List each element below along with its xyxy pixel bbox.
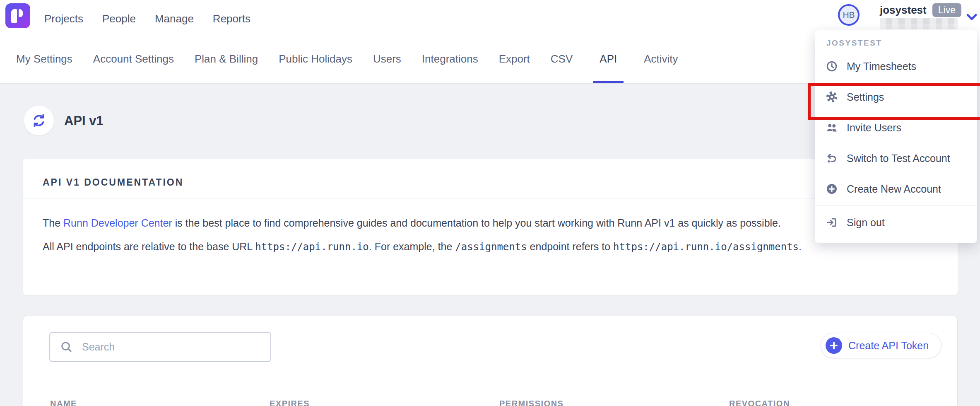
chevron-down-icon[interactable] [965, 10, 979, 24]
doc-paragraph-2: All API endpoints are relative to the ba… [43, 239, 938, 255]
token-search [49, 332, 271, 362]
nav-item-reports[interactable]: Reports [213, 12, 250, 25]
invite-users-icon [826, 121, 838, 134]
tab-my-settings[interactable]: My Settings [16, 37, 73, 83]
search-icon [60, 341, 73, 353]
column-revocation: REVOCATION [729, 399, 790, 406]
logo-glyph-tick [19, 9, 23, 17]
menu-item-my-timesheets[interactable]: My Timesheets [815, 51, 977, 82]
menu-item-create-new-account[interactable]: Create New Account [815, 174, 977, 204]
menu-item-switch-test-account[interactable]: Switch to Test Account [815, 143, 977, 174]
menu-item-invite-users[interactable]: Invite Users [815, 112, 977, 143]
plus-circle-icon [826, 183, 838, 195]
tab-account-settings[interactable]: Account Settings [93, 37, 174, 83]
logo-glyph-bar [11, 9, 17, 23]
avatar[interactable]: HB [838, 4, 860, 26]
menu-item-settings[interactable]: Settings [815, 82, 977, 112]
tab-integrations[interactable]: Integrations [421, 37, 479, 83]
tab-users[interactable]: Users [373, 37, 402, 83]
page-title: API v1 [64, 114, 104, 128]
gear-icon [826, 91, 838, 103]
runn-settings-api-page: Projects People Manage Reports HB josyst… [0, 0, 980, 406]
account-row[interactable]: josystest Live [880, 3, 961, 17]
assignments-endpoint-code: /assignments [455, 241, 527, 253]
token-table-header: NAME EXPIRES PERMISSIONS REVOCATION [23, 399, 958, 406]
column-permissions: PERMISSIONS [499, 399, 563, 406]
tab-csv[interactable]: CSV [550, 37, 573, 83]
nav-item-projects[interactable]: Projects [44, 12, 83, 25]
api-sync-badge [24, 106, 54, 135]
api-tokens-card: Create API Token NAME EXPIRES PERMISSION… [23, 316, 958, 406]
column-name: NAME [50, 399, 77, 406]
clock-icon [826, 60, 838, 72]
account-name: josystest [880, 4, 927, 17]
tab-plan-billing[interactable]: Plan & Billing [194, 37, 258, 83]
menu-section-label: JOSYSTEST [815, 39, 977, 51]
base-url-code: https://api.runn.io [255, 241, 369, 253]
tab-api[interactable]: API [593, 37, 624, 83]
menu-divider [815, 205, 977, 206]
sync-icon [31, 113, 47, 128]
developer-center-link[interactable]: Runn Developer Center [63, 217, 172, 229]
live-badge: Live [932, 3, 961, 17]
column-expires: EXPIRES [270, 399, 310, 406]
menu-item-sign-out[interactable]: Sign out [815, 207, 977, 238]
assignments-url-code: https://api.runn.io/assignments [613, 241, 799, 253]
search-input[interactable] [82, 341, 248, 353]
nav-item-manage[interactable]: Manage [155, 12, 194, 25]
nav-item-people[interactable]: People [102, 12, 136, 25]
create-api-token-button[interactable]: Create API Token [821, 333, 941, 358]
runn-logo-icon[interactable] [5, 3, 30, 28]
plus-circle-icon [826, 337, 842, 354]
tab-activity[interactable]: Activity [643, 37, 678, 83]
sign-out-icon [826, 216, 838, 229]
account-dropdown-menu: JOSYSTEST My Timesheets Settings [815, 30, 977, 243]
main-nav: Projects People Manage Reports [44, 0, 250, 37]
doc-paragraph-1: The Runn Developer Center is the best pl… [43, 215, 938, 231]
redacted-email [880, 18, 958, 29]
tab-public-holidays[interactable]: Public Holidays [278, 37, 353, 83]
tab-export[interactable]: Export [498, 37, 530, 83]
switch-account-icon [826, 152, 838, 164]
